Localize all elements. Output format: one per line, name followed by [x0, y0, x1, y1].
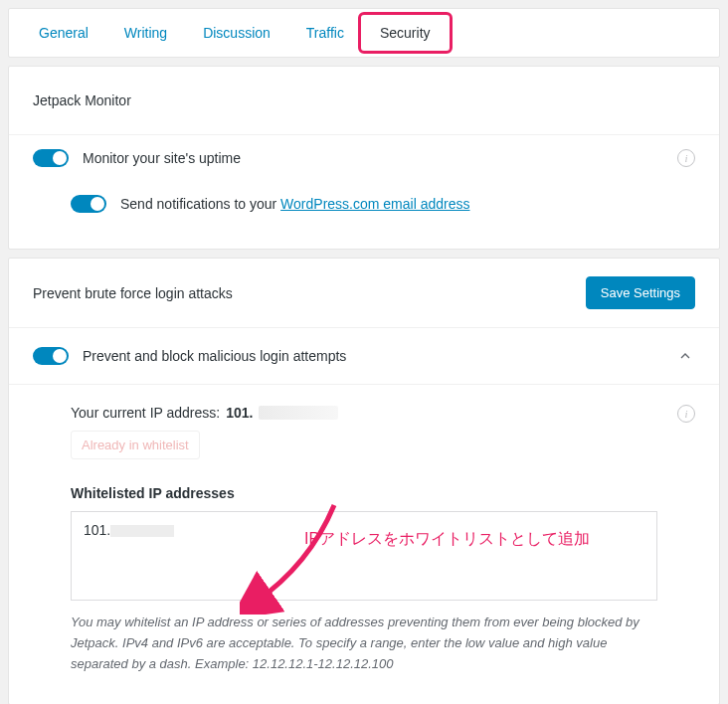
tab-general[interactable]: General — [21, 9, 106, 57]
tab-security[interactable]: Security — [362, 9, 449, 57]
brute-force-header: Prevent brute force login attacks Save S… — [9, 259, 719, 328]
monitor-header: Jetpack Monitor — [9, 67, 719, 135]
whitelist-hint: You may whitelist an IP address or serie… — [71, 613, 657, 674]
already-in-whitelist-button[interactable]: Already in whitelist — [71, 431, 200, 459]
tab-discussion[interactable]: Discussion — [185, 9, 288, 57]
whitelist-panel: i Your current IP address: 101. Already … — [9, 385, 719, 698]
tab-traffic[interactable]: Traffic — [288, 9, 362, 57]
jetpack-monitor-card: Jetpack Monitor Monitor your site's upti… — [8, 66, 720, 250]
tab-security-label: Security — [380, 25, 431, 41]
redacted-ip — [110, 525, 174, 537]
chevron-up-icon[interactable] — [675, 346, 695, 366]
tab-writing[interactable]: Writing — [106, 9, 185, 57]
save-settings-button[interactable]: Save Settings — [586, 276, 695, 309]
prevent-toggle-row: Prevent and block malicious login attemp… — [9, 328, 719, 385]
current-ip-label: Your current IP address: — [71, 405, 220, 421]
tabs: General Writing Discussion Traffic Secur… — [9, 9, 719, 57]
whitelist-textarea[interactable]: 101. — [71, 511, 657, 601]
brute-force-card: Prevent brute force login attacks Save S… — [8, 258, 720, 704]
uptime-toggle[interactable] — [33, 149, 69, 167]
notify-toggle[interactable] — [71, 195, 106, 213]
uptime-toggle-label: Monitor your site's uptime — [83, 150, 663, 166]
notify-toggle-row: Send notifications to your WordPress.com… — [9, 181, 719, 227]
brute-force-title: Prevent brute force login attacks — [33, 285, 233, 301]
prevent-toggle-label: Prevent and block malicious login attemp… — [83, 348, 661, 364]
notify-label: Send notifications to your WordPress.com… — [120, 196, 695, 212]
notify-prefix: Send notifications to your — [120, 196, 280, 212]
prevent-toggle[interactable] — [33, 347, 69, 365]
info-icon[interactable]: i — [677, 405, 695, 423]
whitelist-value: 101. — [84, 522, 110, 538]
settings-tabs-card: General Writing Discussion Traffic Secur… — [8, 8, 720, 58]
whitelist-label: Whitelisted IP addresses — [71, 485, 657, 501]
uptime-toggle-row: Monitor your site's uptime i — [9, 135, 719, 181]
info-icon[interactable]: i — [677, 149, 695, 167]
current-ip-value: 101. — [226, 405, 253, 421]
redacted-ip — [259, 406, 338, 420]
current-ip-row: Your current IP address: 101. — [71, 405, 657, 421]
email-address-link[interactable]: WordPress.com email address — [280, 196, 469, 212]
